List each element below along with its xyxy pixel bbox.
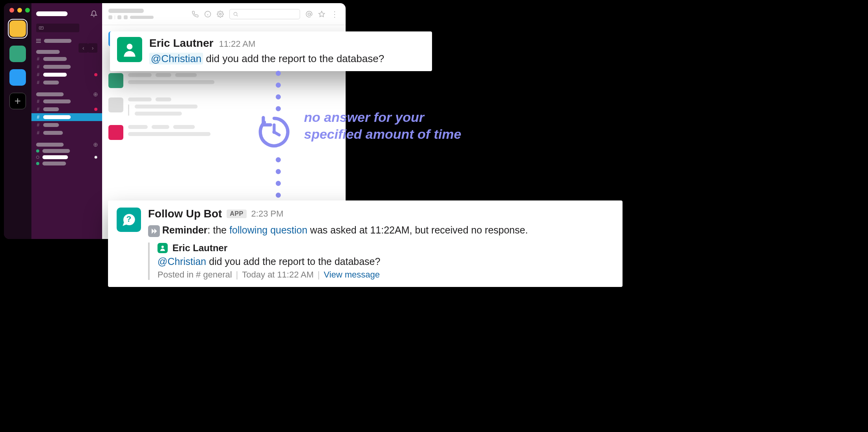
- window-controls: [9, 8, 30, 13]
- avatar: [117, 37, 142, 62]
- sidebar-item[interactable]: [31, 38, 102, 44]
- more-icon[interactable]: ⋮: [331, 9, 339, 19]
- dm-item[interactable]: [31, 160, 102, 167]
- channel-link[interactable]: # general: [196, 270, 232, 279]
- svg-marker-10: [319, 11, 325, 17]
- avatar: [108, 73, 123, 88]
- quote-timestamp: Today at 11:22 AM: [242, 270, 313, 280]
- bot-message-text: Reminder: the following question was ask…: [148, 223, 614, 237]
- workspace-item[interactable]: [9, 46, 26, 62]
- search-input[interactable]: [229, 9, 300, 19]
- members-icon[interactable]: [117, 15, 121, 19]
- svg-point-18: [161, 246, 164, 248]
- sidebar-section-header[interactable]: ⊕: [31, 91, 102, 97]
- svg-line-8: [237, 15, 238, 16]
- phone-icon[interactable]: [192, 11, 199, 18]
- channel-item[interactable]: #: [31, 121, 102, 129]
- unread-badge: [94, 73, 97, 76]
- presence-icon: [36, 162, 39, 165]
- dm-item[interactable]: [31, 154, 102, 160]
- presence-icon: [36, 156, 39, 159]
- bot-name[interactable]: Follow Up Bot: [148, 208, 222, 220]
- bot-reminder-card: ? Follow Up Bot APP 2:23 PM Reminder: th…: [108, 200, 623, 287]
- avatar: [108, 97, 123, 112]
- avatar: [157, 243, 168, 253]
- add-workspace-button[interactable]: +: [9, 93, 26, 109]
- add-channel-button[interactable]: ⊕: [93, 91, 98, 98]
- message-author[interactable]: Eric Lautner: [149, 37, 213, 50]
- channel-item-selected[interactable]: #: [31, 113, 102, 121]
- quote-meta: Posted in # general | Today at 11:22 AM …: [157, 270, 614, 280]
- svg-text:?: ?: [126, 214, 132, 223]
- view-message-link[interactable]: View message: [324, 270, 380, 280]
- message-skeleton: [108, 73, 339, 88]
- bot-avatar: ?: [117, 208, 141, 232]
- pin-icon[interactable]: [124, 15, 128, 19]
- dm-item[interactable]: [31, 148, 102, 154]
- channel-topic[interactable]: [130, 16, 154, 19]
- star-icon[interactable]: [318, 11, 325, 18]
- sidebar-section-header[interactable]: ⊕: [31, 142, 102, 148]
- minimize-window-icon[interactable]: [17, 8, 22, 13]
- svg-marker-17: [154, 228, 157, 233]
- channel-item[interactable]: #: [31, 63, 102, 71]
- workspace-selected[interactable]: [8, 19, 27, 39]
- svg-point-7: [234, 12, 237, 15]
- quote-author[interactable]: Eric Lautner: [172, 243, 227, 254]
- message-skeleton: [108, 97, 339, 116]
- svg-rect-0: [39, 27, 44, 29]
- svg-point-6: [220, 13, 222, 15]
- channel-item[interactable]: #: [31, 79, 102, 86]
- svg-point-11: [127, 44, 133, 50]
- workspace-rail: +: [4, 3, 31, 239]
- bell-icon[interactable]: [90, 10, 97, 17]
- star-icon[interactable]: [108, 15, 112, 19]
- presence-icon: [36, 149, 39, 153]
- svg-point-9: [308, 13, 310, 15]
- add-dm-button[interactable]: ⊕: [93, 141, 98, 148]
- channel-title[interactable]: [108, 9, 144, 13]
- channel-header: ⋮: [102, 3, 346, 25]
- message-timestamp[interactable]: 2:23 PM: [251, 209, 284, 219]
- info-icon[interactable]: [204, 11, 211, 18]
- channel-item[interactable]: #: [31, 105, 102, 113]
- avatar: [108, 125, 123, 140]
- svg-marker-16: [152, 228, 154, 233]
- mention-link[interactable]: @Christian: [149, 53, 203, 64]
- app-badge: APP: [227, 210, 246, 218]
- sep: [115, 15, 115, 19]
- jump-to-input[interactable]: [36, 24, 79, 32]
- workspace-item[interactable]: [9, 69, 26, 86]
- quoted-message: Eric Lautner @Christian did you add the …: [148, 243, 614, 280]
- mention-icon[interactable]: [306, 11, 313, 18]
- channel-sidebar: ‹ › # # # # ⊕ # # # # # ⊕: [31, 3, 102, 239]
- channel-item[interactable]: #: [31, 129, 102, 137]
- fast-forward-icon: [148, 225, 160, 237]
- message-timestamp[interactable]: 11:22 AM: [219, 39, 255, 49]
- close-window-icon[interactable]: [9, 8, 14, 13]
- mention-link[interactable]: @Christian: [157, 256, 206, 267]
- original-message-card: Eric Lautner 11:22 AM @Christian did you…: [110, 31, 432, 71]
- unread-badge: [94, 108, 97, 111]
- sidebar-section-header[interactable]: [31, 49, 102, 55]
- channel-item[interactable]: #: [31, 71, 102, 79]
- unread-badge: [94, 156, 97, 159]
- question-link[interactable]: following question: [229, 224, 308, 235]
- channel-item[interactable]: #: [31, 97, 102, 105]
- team-name[interactable]: [36, 11, 68, 16]
- message-skeleton: [108, 125, 339, 140]
- message-text: @Christian did you add the report to the…: [149, 52, 425, 66]
- channel-item[interactable]: #: [31, 55, 102, 63]
- quote-text: @Christian did you add the report to the…: [157, 256, 614, 267]
- gear-icon[interactable]: [217, 11, 224, 18]
- maximize-window-icon[interactable]: [25, 8, 30, 13]
